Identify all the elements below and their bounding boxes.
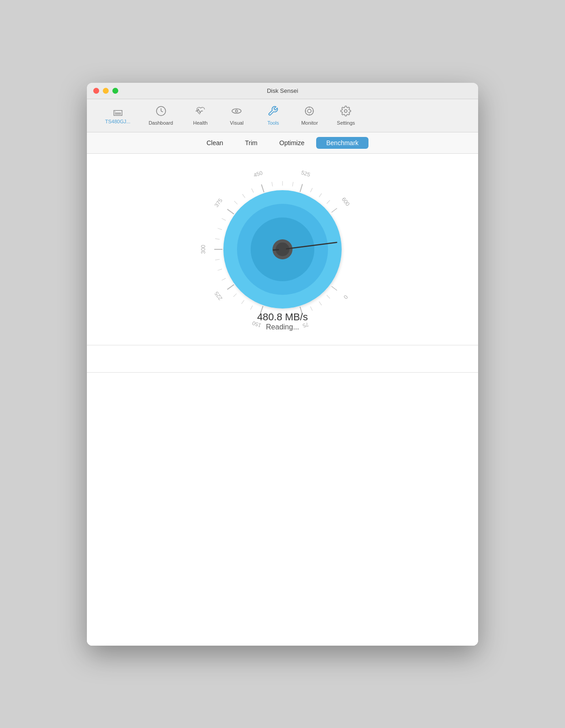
svg-line-18	[233, 293, 237, 297]
health-icon	[195, 106, 206, 118]
svg-line-19	[222, 278, 226, 280]
gauge-label-450: 450	[253, 169, 264, 178]
toolbar-label-monitor: Monitor	[301, 120, 318, 126]
clean-button[interactable]: Clean	[197, 137, 233, 149]
svg-point-4	[308, 109, 311, 113]
visual-icon	[231, 106, 242, 118]
svg-line-23	[217, 228, 222, 229]
gauge-label-300: 300	[200, 244, 207, 253]
toolbar-label-settings: Settings	[337, 120, 355, 126]
tick-0	[332, 286, 337, 290]
monitor-icon	[304, 106, 315, 118]
svg-line-27	[252, 188, 254, 192]
trim-button[interactable]: Trim	[235, 137, 267, 149]
minimize-button[interactable]	[103, 88, 109, 94]
settings-icon	[340, 106, 351, 118]
gauge-label-225: 225	[213, 290, 223, 301]
tick-225	[227, 284, 234, 289]
svg-line-25	[234, 201, 237, 204]
gauge-container: 0 75 150 225 300 375 450 525 600	[196, 163, 369, 336]
main-toolbar: 🖴 TS480GJ... Dashboard Health	[87, 99, 478, 132]
svg-point-1	[232, 109, 241, 113]
titlebar: Disk Sensei	[87, 83, 478, 99]
svg-line-11	[319, 301, 322, 305]
svg-line-10	[327, 295, 330, 298]
svg-line-21	[215, 259, 220, 260]
window-controls	[93, 88, 118, 94]
svg-line-22	[215, 238, 220, 239]
gauge-section: 0 75 150 225 300 375 450 525 600	[87, 154, 478, 345]
toolbar-item-visual[interactable]: Visual	[218, 103, 255, 128]
toolbar-item-dashboard[interactable]: Dashboard	[140, 103, 182, 128]
svg-point-2	[236, 110, 238, 112]
svg-line-28	[272, 182, 273, 186]
gauge-status-text: Reading...	[257, 323, 308, 331]
gauge-svg: 0 75 150 225 300 375 450 525 600	[196, 163, 369, 336]
gauge-label-600: 600	[340, 196, 351, 207]
benchmark-button[interactable]: Benchmark	[316, 137, 368, 149]
optimize-button[interactable]: Optimize	[269, 137, 314, 149]
toolbar-label-disk: TS480GJ...	[105, 119, 131, 124]
main-content: 0 75 150 225 300 375 450 525 600	[87, 154, 478, 646]
close-button[interactable]	[93, 88, 99, 94]
dashboard-icon	[156, 106, 166, 118]
toolbar-item-settings[interactable]: Settings	[328, 103, 364, 128]
svg-line-17	[242, 300, 244, 303]
history-section	[87, 373, 478, 646]
tools-icon	[267, 106, 278, 118]
disk-icon: 🖴	[113, 107, 123, 117]
maximize-button[interactable]	[112, 88, 118, 94]
gauge-label-0: 0	[342, 293, 349, 300]
toolbar-item-disk[interactable]: 🖴 TS480GJ...	[96, 104, 140, 127]
gauge-needle-cap	[279, 246, 286, 253]
gauge-speed-value: 480.8 MB/s	[257, 311, 308, 323]
gauge-label-525: 525	[300, 169, 311, 177]
svg-line-20	[217, 269, 222, 270]
svg-line-24	[222, 218, 226, 220]
toolbar-label-visual: Visual	[230, 120, 244, 126]
window-title: Disk Sensei	[267, 87, 298, 94]
toolbar-item-tools[interactable]: Tools	[255, 103, 291, 128]
tick-450	[262, 184, 264, 192]
tick-600	[332, 208, 337, 212]
svg-line-12	[310, 306, 312, 310]
gauge-readout: 480.8 MB/s Reading...	[257, 311, 308, 331]
app-window: Disk Sensei 🖴 TS480GJ... Dashboard	[87, 83, 478, 646]
toolbar-label-tools: Tools	[267, 120, 279, 126]
svg-line-33	[327, 200, 330, 203]
svg-line-30	[293, 182, 293, 186]
sub-toolbar: Clean Trim Optimize Benchmark	[87, 132, 478, 154]
toolbar-label-health: Health	[193, 120, 208, 126]
gauge-label-375: 375	[213, 197, 224, 208]
svg-line-16	[251, 305, 253, 309]
tick-375	[227, 209, 234, 214]
tick-525	[300, 184, 303, 192]
svg-line-26	[242, 194, 245, 197]
toolbar-item-health[interactable]: Health	[182, 103, 218, 128]
svg-point-9	[344, 110, 347, 112]
svg-line-32	[319, 193, 322, 197]
svg-line-31	[310, 188, 312, 192]
toolbar-item-monitor[interactable]: Monitor	[291, 103, 328, 128]
svg-point-3	[305, 107, 313, 115]
results-section	[87, 345, 478, 373]
toolbar-label-dashboard: Dashboard	[149, 120, 173, 126]
